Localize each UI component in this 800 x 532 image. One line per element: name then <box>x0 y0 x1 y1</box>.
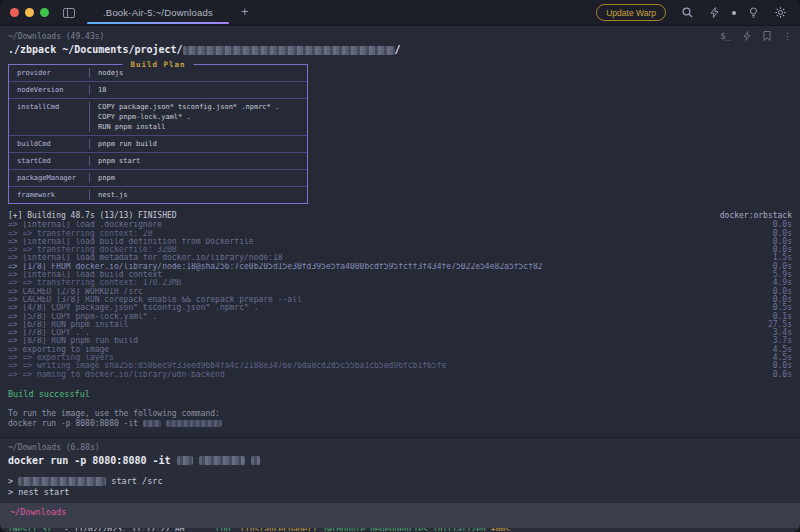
npm-script-text: start /src <box>106 476 162 486</box>
docker-build-step: => [5/8] COPY pnpm-lock.yaml* . 0.1s <box>8 313 792 321</box>
build-success-message: Build successful <box>8 389 792 399</box>
docker-build-step: => [7/8] COPY . . 3.4s <box>8 329 792 337</box>
docker-build-step: => => writing image sha256:8586ec9f33eed… <box>8 362 792 370</box>
docker-build-step: => [internal] load metadata for docker.i… <box>8 254 792 262</box>
build-plan-key: buildCmd <box>9 139 89 149</box>
docker-build-step: => => transferring context: 170.23MB 4.9… <box>8 279 792 287</box>
bolt-icon[interactable] <box>710 7 719 18</box>
docker-build-step: => => exporting layers 4.5s <box>8 354 792 362</box>
build-plan-value: pnpm run build <box>89 139 307 149</box>
build-plan-value: nest.js <box>89 190 307 200</box>
docker-build-step: => [internal] load build context 5.9s <box>8 271 792 279</box>
build-plan-row: installCmd COPY package.json* tsconfig.j… <box>9 98 307 135</box>
docker-step-duration: 0.0s <box>765 371 792 379</box>
block2-header: ~/Downloads (6.88s) <box>8 443 792 452</box>
settings-gear-icon[interactable] <box>775 7 786 18</box>
build-plan-key: framework <box>9 190 89 200</box>
docker-step-text: => [4/8] COPY package.json* tsconfig.jso… <box>8 304 258 312</box>
suggested-run-command-text: docker run -p 8080:8080 -it <box>8 419 143 428</box>
redacted-tag <box>251 456 260 465</box>
build-plan-key: provider <box>9 68 89 78</box>
docker-step-text: => exporting to image <box>8 346 109 354</box>
npm-script-prompt: > <box>8 476 18 486</box>
docker-step-text: => => transferring context: 170.23MB <box>8 279 181 287</box>
build-plan-value: pnpm start <box>89 156 307 166</box>
docker-build-steps: => [internal] load .dockerignore 0.0s =>… <box>8 221 792 379</box>
update-warp-button[interactable]: Update Warp <box>596 4 666 21</box>
bulb-icon[interactable] <box>749 7 758 18</box>
docker-step-text: => CACHED [2/8] WORKDIR /src <box>8 288 143 296</box>
warp-terminal-window: .Book-Air-5:~/Downloads + Update Warp ~ <box>0 0 800 532</box>
docker-build-step: => CACHED [3/8] RUN corepack enable && c… <box>8 296 792 304</box>
minimize-window-button[interactable] <box>25 8 34 17</box>
build-plan-value: pnpm <box>89 173 307 183</box>
search-icon[interactable] <box>682 7 693 18</box>
npm-script-line: > start /src <box>8 476 792 487</box>
docker-step-text: => => exporting layers <box>8 354 114 362</box>
build-plan-row: packageManager pnpm <box>9 169 307 186</box>
docker-build-step: => [internal] load build definition from… <box>8 238 792 246</box>
nest-start-line: > nest start <box>8 487 792 498</box>
docker-build-summary: [+] Building 48.7s (13/13) FINISHED <box>8 212 177 220</box>
redacted-image-name-2 <box>199 456 245 465</box>
tab-title: .Book-Air-5:~/Downloads <box>87 1 229 22</box>
docker-step-text: => [internal] load build definition from… <box>8 238 254 246</box>
build-plan-key: installCmd <box>9 102 89 132</box>
build-plan-key: packageManager <box>9 173 89 183</box>
docker-build-step: => [8/8] RUN pnpm run build 3.7s <box>8 337 792 345</box>
docker-step-text: => [8/8] RUN pnpm run build <box>8 337 138 345</box>
close-window-button[interactable] <box>10 8 19 17</box>
block1-path-duration: ~/Downloads (49.43s) <box>8 32 104 41</box>
prompt-path: ~/Downloads <box>10 507 66 517</box>
build-plan-rows: provider nodejs nodeVersion 18 installCm… <box>9 65 307 203</box>
docker-build-step: => CACHED [2/8] WORKDIR /src 0.0s <box>8 288 792 296</box>
docker-step-text: => [5/8] COPY pnpm-lock.yaml* . <box>8 313 157 321</box>
build-plan-value: 18 <box>89 85 307 95</box>
titlebar-icons <box>678 7 790 18</box>
zbpack-command[interactable]: ./zbpack ~/Documents/project// <box>8 44 792 55</box>
redacted-flag <box>143 420 161 427</box>
docker-build-summary-row: [+] Building 48.7s (13/13) FINISHED dock… <box>8 212 792 220</box>
build-plan-table: Build Plan provider nodejs nodeVersion 1… <box>8 64 308 204</box>
tab-downloads[interactable]: .Book-Air-5:~/Downloads <box>87 1 229 24</box>
docker-run-command[interactable]: docker run -p 8080:8080 -it <box>8 455 792 466</box>
build-plan-row: nodeVersion 18 <box>9 81 307 98</box>
docker-step-text: => => naming to docker.io/library/udn-ba… <box>8 371 225 379</box>
docker-step-text: => => writing image sha256:8586ec9f33eed… <box>8 362 446 370</box>
window-layout-icon[interactable] <box>63 8 75 18</box>
build-plan-row: startCmd pnpm start <box>9 152 307 169</box>
redacted-project-path <box>183 46 395 55</box>
zbpack-command-slash: / <box>395 44 401 55</box>
docker-build-step: => => transferring dockerfile: 320B 0.0s <box>8 246 792 254</box>
docker-build-step: => [6/8] RUN pnpm install 27.5s <box>8 321 792 329</box>
new-tab-button[interactable]: + <box>241 5 249 20</box>
docker-step-text: => [internal] load .dockerignore <box>8 221 162 229</box>
suggested-run-command: docker run -p 8080:8080 -it <box>8 419 792 428</box>
terminal-pane: ~/Downloads (49.43s) $_ ⋮ ./zbpack ~/Doc… <box>0 26 800 532</box>
block-bolt-icon[interactable] <box>743 31 751 41</box>
docker-step-text: => [6/8] RUN pnpm install <box>8 321 128 329</box>
redacted-image-name <box>166 420 222 427</box>
block1-actions: $_ ⋮ <box>720 31 792 41</box>
command-input-block[interactable]: ~/Downloads <box>0 503 800 528</box>
docker-step-text: => [internal] load metadata for docker.i… <box>8 254 283 262</box>
redacted-package-name <box>18 477 106 486</box>
notification-dot-icon <box>732 11 736 15</box>
docker-step-text: => [1/8] FROM docker.io/library/node:18@… <box>8 263 543 271</box>
build-plan-key: startCmd <box>9 156 89 166</box>
docker-build-step: => [internal] load .dockerignore 0.0s <box>8 221 792 229</box>
build-plan-key: nodeVersion <box>9 85 89 95</box>
build-plan-value: nodejs <box>89 68 307 78</box>
docker-build-step: => [4/8] COPY package.json* tsconfig.jso… <box>8 304 792 312</box>
docker-step-text: => [internal] load build context <box>8 271 162 279</box>
bookmark-icon[interactable] <box>763 31 771 41</box>
tab-active-indicator <box>87 22 229 24</box>
docker-step-text: => CACHED [3/8] RUN corepack enable && c… <box>8 296 302 304</box>
docker-builder-name: docker:orbstack <box>720 212 792 220</box>
zoom-window-button[interactable] <box>40 8 49 17</box>
more-menu-icon[interactable]: ⋮ <box>783 31 792 41</box>
terminal-prompt-icon[interactable]: $_ <box>720 31 731 41</box>
docker-build-step: => => naming to docker.io/library/udn-ba… <box>8 371 792 379</box>
docker-step-text: => => transferring dockerfile: 320B <box>8 246 177 254</box>
build-plan-row: buildCmd pnpm run build <box>9 135 307 152</box>
